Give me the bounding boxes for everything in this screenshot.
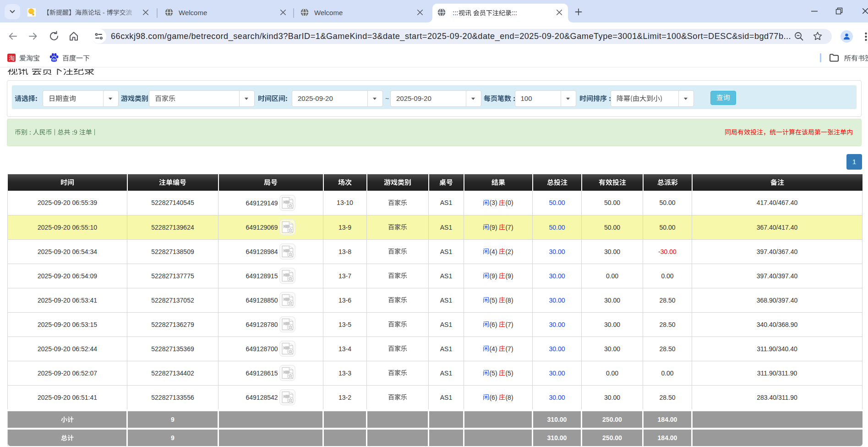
svg-text:du: du [52, 58, 56, 61]
